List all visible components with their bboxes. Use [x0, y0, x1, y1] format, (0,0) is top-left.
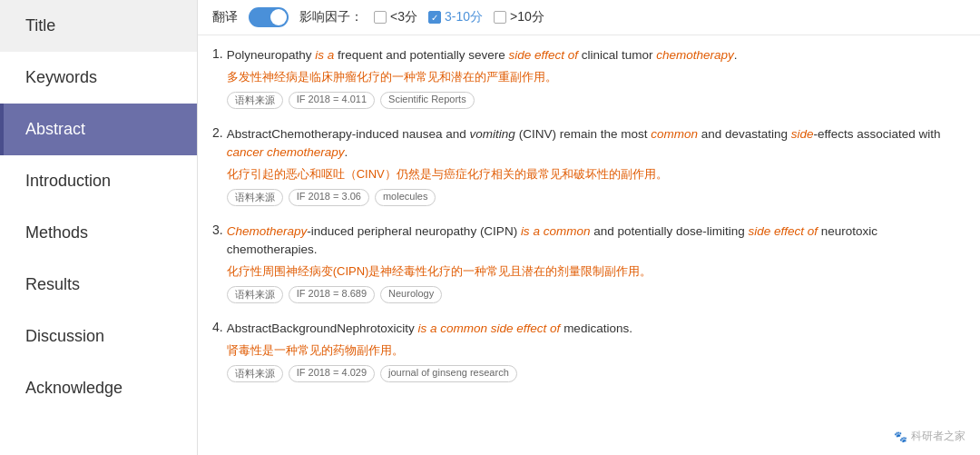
watermark-icon: 🐾	[894, 430, 907, 443]
filter-item-more10[interactable]: >10分	[494, 9, 544, 25]
entry-zh-1: 多发性神经病是临床肿瘤化疗的一种常见和潜在的严重副作用。	[227, 68, 962, 86]
sidebar-item-discussion[interactable]: Discussion	[0, 311, 197, 362]
entry-zh-3: 化疗性周围神经病变(CIPN)是神经毒性化疗的一种常见且潜在的剂量限制副作用。	[227, 262, 962, 281]
tag-if-2: IF 2018 = 3.06	[289, 189, 369, 206]
tag-journal-2: molecules	[375, 189, 436, 206]
entry-tags-2: 语料来源IF 2018 = 3.06molecules	[227, 189, 962, 206]
filter-checkbox-more10[interactable]	[494, 11, 506, 24]
entry-body-3: Chemotherapy-induced peripheral neuropat…	[227, 223, 962, 303]
entry-number-3: 3.	[212, 223, 223, 237]
entry-tags-4: 语料来源IF 2018 = 4.029journal of ginseng re…	[227, 365, 962, 382]
filter-checkbox-less3[interactable]	[374, 11, 387, 24]
tag-journal-3: Neurology	[380, 286, 442, 303]
tag-source-2: 语料来源	[227, 189, 283, 206]
tag-if-4: IF 2018 = 4.029	[289, 365, 375, 382]
tag-source-1: 语料来源	[227, 92, 283, 109]
entry-en-1: Polyneuropathy is a frequent and potenti…	[227, 46, 962, 64]
sidebar-item-results[interactable]: Results	[0, 259, 197, 311]
tag-if-1: IF 2018 = 4.011	[289, 92, 375, 109]
filter-item-less3[interactable]: <3分	[374, 9, 417, 25]
tag-source-4: 语料来源	[227, 365, 283, 382]
tag-source-3: 语料来源	[227, 286, 283, 303]
sidebar-item-abstract[interactable]: Abstract	[0, 104, 197, 155]
toolbar: 翻译 影响因子： <3分 ✓ 3-10分 >10分	[198, 0, 980, 35]
entry-body-4: AbstractBackgroundNephrotoxicity is a co…	[227, 320, 962, 382]
entry-3: 3.Chemotherapy-induced peripheral neurop…	[212, 223, 965, 303]
sidebar-item-methods[interactable]: Methods	[0, 207, 197, 259]
entry-number-1: 1.	[212, 46, 223, 61]
entry-number-2: 2.	[212, 125, 223, 140]
main-content: 翻译 影响因子： <3分 ✓ 3-10分 >10分 1.Polyneuropat…	[198, 0, 980, 455]
entry-2: 2.AbstractChemotherapy-induced nausea an…	[212, 125, 965, 206]
watermark-text: 科研者之家	[911, 429, 965, 444]
content-area: 1.Polyneuropathy is a frequent and poten…	[198, 35, 980, 455]
filter-item-3to10[interactable]: ✓ 3-10分	[428, 9, 483, 25]
watermark: 🐾 科研者之家	[894, 429, 965, 444]
entry-tags-3: 语料来源IF 2018 = 8.689Neurology	[227, 286, 962, 303]
tag-if-3: IF 2018 = 8.689	[289, 286, 375, 303]
entry-zh-2: 化疗引起的恶心和呕吐（CINV）仍然是与癌症化疗相关的最常见和破坏性的副作用。	[227, 165, 962, 183]
tag-journal-1: Scientific Reports	[380, 92, 475, 109]
entry-body-1: Polyneuropathy is a frequent and potenti…	[227, 46, 962, 109]
sidebar-item-keywords[interactable]: Keywords	[0, 52, 197, 104]
sidebar-item-introduction[interactable]: Introduction	[0, 155, 197, 207]
entry-zh-4: 肾毒性是一种常见的药物副作用。	[227, 341, 962, 360]
entry-en-4: AbstractBackgroundNephrotoxicity is a co…	[227, 320, 962, 338]
entry-tags-1: 语料来源IF 2018 = 4.011Scientific Reports	[227, 92, 962, 109]
entry-4: 4.AbstractBackgroundNephrotoxicity is a …	[212, 320, 965, 382]
entry-1: 1.Polyneuropathy is a frequent and poten…	[212, 46, 965, 109]
translate-label: 翻译	[212, 9, 238, 25]
impact-label: 影响因子：	[299, 9, 363, 25]
entry-body-2: AbstractChemotherapy-induced nausea and …	[227, 125, 962, 206]
tag-journal-4: journal of ginseng research	[380, 365, 517, 382]
filter-label-less3: <3分	[390, 9, 417, 25]
entry-en-2: AbstractChemotherapy-induced nausea and …	[227, 125, 962, 163]
sidebar-item-acknowledge[interactable]: Acknowledge	[0, 362, 197, 414]
entry-en-3: Chemotherapy-induced peripheral neuropat…	[227, 223, 962, 260]
filter-checkbox-3to10[interactable]: ✓	[428, 11, 441, 24]
filter-label-3to10: 3-10分	[445, 9, 483, 25]
sidebar: TitleKeywordsAbstractIntroductionMethods…	[0, 0, 198, 455]
filter-label-more10: >10分	[510, 9, 544, 25]
translate-toggle[interactable]	[249, 7, 289, 27]
entry-number-4: 4.	[212, 320, 223, 334]
sidebar-item-title[interactable]: Title	[0, 0, 197, 52]
